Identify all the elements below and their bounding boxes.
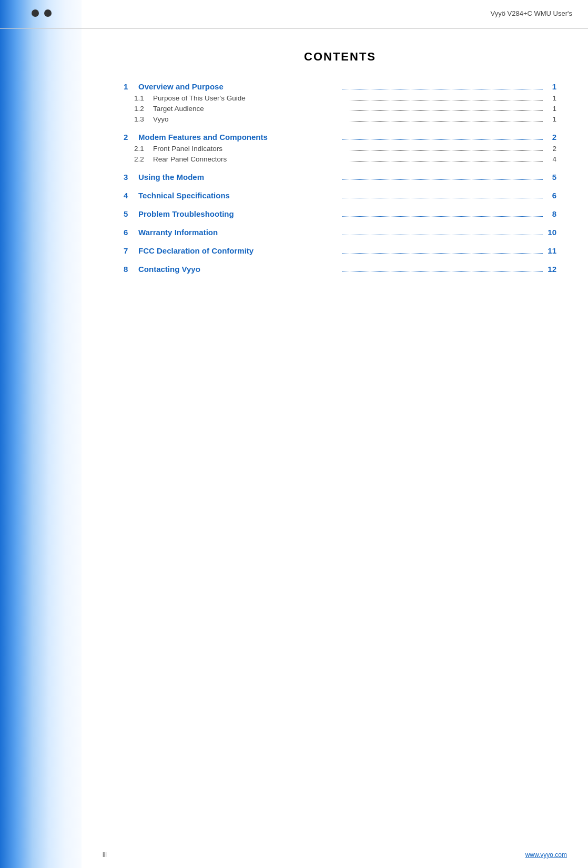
toc-sub-title-1.2: Target Audience <box>153 105 347 113</box>
toc-sub-title-2.1: Front Panel Indicators <box>153 145 347 153</box>
toc-page-8: 12 <box>546 265 556 274</box>
toc-leader-dots <box>342 253 543 254</box>
toc-sub-leader-dots <box>350 150 543 151</box>
toc-page-6: 10 <box>546 228 556 237</box>
toc-sub-page-1.1: 1 <box>546 94 556 102</box>
toc-sub-entry-1.1[interactable]: 1.1Purpose of This User's Guide1 <box>124 94 556 102</box>
toc-section-6: 6Warranty Information10 <box>124 228 556 237</box>
toc-section-7: 7FCC Declaration of Conformity11 <box>124 246 556 255</box>
toc-title-3: Using the Modem <box>138 173 339 181</box>
dot-2 <box>44 9 52 17</box>
toc-title-7: FCC Declaration of Conformity <box>138 246 339 255</box>
footer-website[interactable]: www.vyyo.com <box>525 851 567 859</box>
toc-section-3: 3Using the Modem5 <box>124 173 556 181</box>
toc-main-entry-2[interactable]: 2Modem Features and Components2 <box>124 133 556 142</box>
toc-page-7: 11 <box>546 246 556 255</box>
page-title: CONTENTS <box>124 50 556 64</box>
toc-sub-title-1.3: Vyyo <box>153 115 347 123</box>
toc-page-2: 2 <box>546 133 556 142</box>
toc-sub-num-2.2: 2.2 <box>134 155 153 163</box>
toc-section-1: 1Overview and Purpose11.1Purpose of This… <box>124 82 556 123</box>
toc-title-8: Contacting Vyyo <box>138 265 339 274</box>
toc-num-7: 7 <box>124 246 138 255</box>
toc-page-1: 1 <box>546 82 556 91</box>
toc-page-5: 8 <box>546 209 556 218</box>
toc-main-entry-6[interactable]: 6Warranty Information10 <box>124 228 556 237</box>
toc-main-entry-7[interactable]: 7FCC Declaration of Conformity11 <box>124 246 556 255</box>
toc-sub-page-1.3: 1 <box>546 115 556 123</box>
toc-section-2: 2Modem Features and Components22.1Front … <box>124 133 556 163</box>
toc-sub-entry-1.2[interactable]: 1.2Target Audience1 <box>124 105 556 113</box>
toc-page-3: 5 <box>546 173 556 181</box>
toc-sub-page-2.1: 2 <box>546 145 556 153</box>
toc-sub-num-2.1: 2.1 <box>134 145 153 153</box>
header: Vyyö V284+C WMU User's <box>0 0 588 29</box>
toc-main-entry-4[interactable]: 4Technical Specifications6 <box>124 191 556 200</box>
footer: iii www.vyyo.com <box>0 842 588 868</box>
toc-section-5: 5Problem Troubleshooting8 <box>124 209 556 218</box>
toc-num-3: 3 <box>124 173 138 181</box>
toc-sub-leader-dots <box>350 121 543 122</box>
toc-num-1: 1 <box>124 82 138 91</box>
main-content: CONTENTS 1Overview and Purpose11.1Purpos… <box>82 29 588 842</box>
toc-leader-dots <box>342 179 543 180</box>
toc-sub-leader-dots <box>350 161 543 162</box>
toc-main-entry-1[interactable]: 1Overview and Purpose1 <box>124 82 556 91</box>
toc-num-8: 8 <box>124 265 138 274</box>
toc-section-4: 4Technical Specifications6 <box>124 191 556 200</box>
toc-sub-title-1.1: Purpose of This User's Guide <box>153 94 347 102</box>
toc-title-1: Overview and Purpose <box>138 82 339 91</box>
toc-sub-title-2.2: Rear Panel Connectors <box>153 155 347 163</box>
dot-1 <box>32 9 39 17</box>
toc-sub-num-1.1: 1.1 <box>134 94 153 102</box>
toc-title-6: Warranty Information <box>138 228 339 237</box>
toc-main-entry-5[interactable]: 5Problem Troubleshooting8 <box>124 209 556 218</box>
toc-leader-dots <box>342 198 543 198</box>
toc-page-4: 6 <box>546 191 556 200</box>
toc-sub-entry-2.2[interactable]: 2.2Rear Panel Connectors4 <box>124 155 556 163</box>
sidebar <box>0 0 82 868</box>
toc-leader-dots <box>342 89 543 89</box>
toc-num-5: 5 <box>124 209 138 218</box>
toc-sub-leader-dots <box>350 110 543 111</box>
toc-sub-page-2.2: 4 <box>546 155 556 163</box>
header-title: Vyyö V284+C WMU User's <box>490 9 572 17</box>
footer-page-number: iii <box>103 851 107 859</box>
toc-title-4: Technical Specifications <box>138 191 339 200</box>
toc-sub-leader-dots <box>350 100 543 100</box>
toc-sub-num-1.2: 1.2 <box>134 105 153 113</box>
toc-main-entry-3[interactable]: 3Using the Modem5 <box>124 173 556 181</box>
toc-num-2: 2 <box>124 133 138 142</box>
toc-sub-page-1.2: 1 <box>546 105 556 113</box>
toc-main-entry-8[interactable]: 8Contacting Vyyo12 <box>124 265 556 274</box>
toc-leader-dots <box>342 216 543 217</box>
toc-num-4: 4 <box>124 191 138 200</box>
toc-sub-num-1.3: 1.3 <box>134 115 153 123</box>
toc-num-6: 6 <box>124 228 138 237</box>
toc-title-5: Problem Troubleshooting <box>138 209 339 218</box>
toc-sub-entry-1.3[interactable]: 1.3Vyyo1 <box>124 115 556 123</box>
toc-section-8: 8Contacting Vyyo12 <box>124 265 556 274</box>
toc-sub-entry-2.1[interactable]: 2.1Front Panel Indicators2 <box>124 145 556 153</box>
toc-leader-dots <box>342 139 543 140</box>
toc-leader-dots <box>342 271 543 272</box>
toc-container: 1Overview and Purpose11.1Purpose of This… <box>124 82 556 274</box>
toc-title-2: Modem Features and Components <box>138 133 339 142</box>
header-dots <box>32 9 52 17</box>
toc-leader-dots <box>342 235 543 235</box>
